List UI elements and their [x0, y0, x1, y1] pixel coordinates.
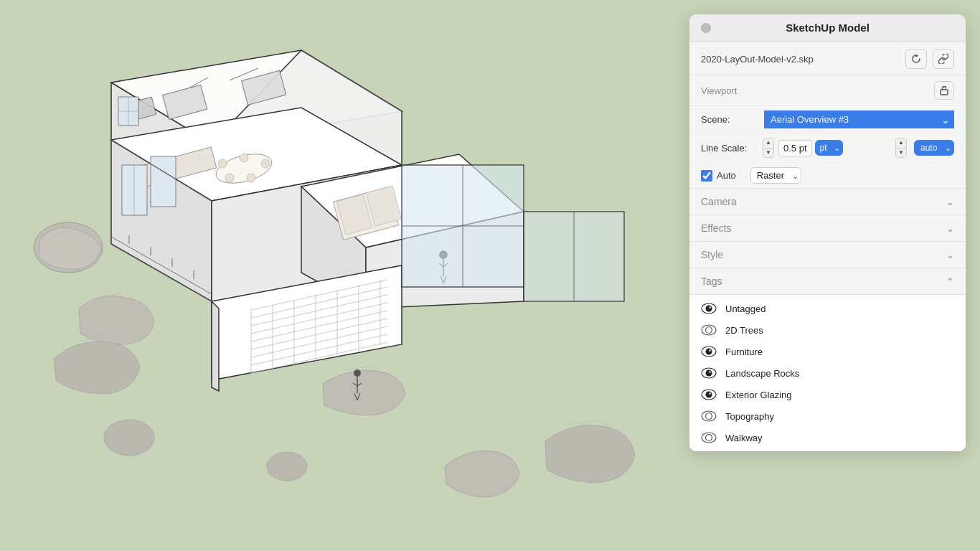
tag-name-label: Walkway — [725, 433, 763, 443]
eye-open-icon[interactable] — [701, 346, 717, 357]
style-section-header[interactable]: Style ⌄ — [689, 242, 966, 268]
refresh-button[interactable] — [905, 49, 927, 69]
tag-name-label: Topography — [725, 411, 774, 422]
camera-chevron-icon: ⌄ — [946, 197, 954, 207]
svg-point-18 — [261, 159, 270, 168]
svg-line-71 — [354, 393, 357, 400]
lock-button[interactable] — [934, 81, 954, 100]
tags-section-header[interactable]: Tags ⌃ — [689, 268, 966, 295]
svg-line-43 — [251, 311, 387, 342]
scene-select[interactable]: Aerial Overview #3 — [764, 110, 954, 128]
svg-rect-6 — [163, 85, 207, 119]
tag-name-label: Untagged — [725, 303, 765, 314]
line-scale-up-button[interactable]: ▲ — [763, 138, 773, 149]
line-scale-down-button[interactable]: ▼ — [763, 149, 773, 158]
svg-point-102 — [706, 413, 712, 420]
svg-point-17 — [240, 154, 248, 162]
svg-line-69 — [353, 383, 357, 386]
camera-label: Camera — [701, 196, 737, 207]
auto-scale-select[interactable]: auto — [914, 140, 954, 156]
effects-chevron-icon: ⌄ — [946, 223, 954, 234]
scene-label: Scene: — [701, 114, 758, 125]
effects-section-header[interactable]: Effects ⌄ — [689, 215, 966, 242]
render-mode-select[interactable]: Raster Vector Hybrid — [750, 167, 801, 184]
viewport-row: Viewport — [689, 75, 966, 106]
svg-rect-22 — [122, 165, 147, 215]
svg-rect-29 — [336, 194, 372, 235]
auto-scale-down-button[interactable]: ▼ — [896, 149, 906, 158]
svg-point-60 — [34, 222, 103, 273]
svg-rect-58 — [524, 212, 624, 301]
svg-line-74 — [600, 420, 630, 441]
svg-point-94 — [709, 349, 710, 351]
svg-rect-8 — [124, 97, 156, 122]
tag-name-label: Landscape Rocks — [725, 368, 799, 379]
svg-point-100 — [709, 392, 710, 394]
auto-scale-up-button[interactable]: ▲ — [896, 138, 906, 149]
svg-marker-13 — [111, 140, 212, 301]
camera-section-header[interactable]: Camera ⌄ — [689, 189, 966, 215]
file-row: 2020-LayOut-Model-v2.skp — [689, 42, 966, 75]
eye-closed-icon[interactable] — [701, 432, 717, 443]
svg-point-15 — [213, 149, 275, 188]
svg-line-41 — [251, 295, 387, 326]
svg-line-84 — [111, 140, 212, 201]
panel-close-button[interactable] — [701, 23, 711, 33]
scene-row: Scene: Aerial Overview #3 ⌄ — [689, 106, 966, 133]
svg-point-104 — [706, 435, 712, 441]
eye-open-icon[interactable] — [701, 389, 717, 400]
tag-item[interactable]: Exterior Glazing — [689, 384, 966, 405]
link-button[interactable] — [933, 49, 954, 69]
tag-name-label: 2D Trees — [725, 325, 763, 336]
svg-line-33 — [439, 263, 443, 267]
svg-point-99 — [706, 392, 712, 398]
line-scale-value-wrapper: 0.5 pt pt ⌄ — [778, 140, 887, 156]
svg-line-70 — [357, 383, 362, 386]
svg-rect-9 — [118, 97, 138, 126]
file-actions — [905, 49, 954, 69]
svg-line-35 — [440, 276, 443, 283]
auto-checkbox-label: Auto — [717, 170, 736, 181]
eye-closed-icon[interactable] — [701, 410, 717, 422]
svg-marker-37 — [212, 265, 402, 380]
tag-item[interactable]: Walkway — [689, 427, 966, 448]
effects-label: Effects — [701, 222, 732, 234]
svg-line-62 — [75, 228, 93, 238]
svg-line-42 — [251, 303, 387, 334]
svg-line-45 — [251, 326, 387, 357]
svg-line-72 — [357, 393, 360, 400]
sketchup-model-panel: SketchUp Model 2020-LayOut-Model-v2.skp … — [689, 14, 966, 451]
svg-point-96 — [706, 370, 712, 377]
scene-select-wrapper: Aerial Overview #3 ⌄ — [764, 110, 954, 128]
tags-chevron-icon: ⌃ — [946, 276, 954, 287]
tag-item[interactable]: Furniture — [689, 341, 966, 362]
svg-rect-24 — [151, 156, 176, 207]
svg-rect-30 — [366, 186, 401, 226]
svg-point-93 — [706, 349, 712, 355]
line-scale-unit-select[interactable]: pt — [815, 140, 843, 156]
svg-rect-21 — [128, 147, 217, 190]
auto-checkbox[interactable] — [701, 170, 712, 182]
svg-line-77 — [111, 244, 212, 301]
tag-name-label: Furniture — [725, 347, 763, 357]
svg-line-65 — [79, 336, 108, 342]
tag-item[interactable]: Topography — [689, 405, 966, 427]
eye-open-icon[interactable] — [701, 367, 717, 379]
svg-marker-38 — [212, 301, 219, 391]
eye-open-icon[interactable] — [701, 303, 717, 314]
svg-point-76 — [267, 452, 307, 481]
svg-point-16 — [218, 159, 227, 168]
tag-item[interactable]: 2D Trees — [689, 319, 966, 341]
tag-item[interactable]: Landscape Rocks — [689, 362, 966, 384]
auto-checkbox-wrapper: Auto — [701, 170, 736, 182]
file-name: 2020-LayOut-Model-v2.skp — [701, 54, 814, 65]
svg-line-36 — [443, 276, 446, 283]
eye-closed-icon[interactable] — [701, 324, 717, 336]
svg-marker-2 — [111, 83, 212, 201]
svg-line-46 — [251, 334, 387, 365]
svg-line-78 — [111, 237, 212, 294]
svg-point-32 — [440, 251, 447, 258]
line-scale-stepper: ▲ ▼ — [763, 138, 774, 158]
tag-item[interactable]: Untagged — [689, 298, 966, 319]
svg-point-20 — [225, 174, 234, 182]
